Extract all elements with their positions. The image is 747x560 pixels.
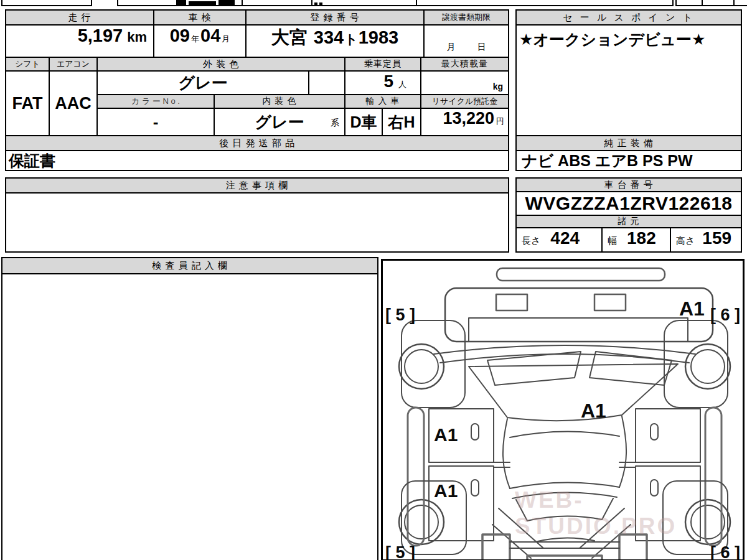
- later-parts-header: 後 日 発 送 部 品: [6, 136, 508, 150]
- sales-point-header: セ ー ル ス ポ イ ン ト: [517, 11, 741, 24]
- mileage-number: 5,197: [78, 26, 123, 46]
- capacity-value: 5 人: [345, 72, 420, 94]
- tailgate-left: [482, 534, 510, 560]
- sales-point-panel: セ ー ル ス ポ イ ン ト ★オークションデビュー★ 純 正 装 備 ナビ …: [515, 9, 742, 171]
- door-handle: [471, 424, 479, 440]
- recycle-unit: 円: [496, 116, 504, 127]
- corner-label-top-left: [ 5 ]: [385, 306, 415, 324]
- notes-panel: 注 意 事 項 欄: [5, 177, 509, 253]
- front-grade-label: A1: [679, 297, 705, 320]
- front-right-wheel: [685, 344, 730, 389]
- spec-width-label: 幅: [608, 235, 617, 247]
- chassis-no-value: WVGZZZA1ZRV122618: [517, 192, 741, 215]
- spec-height-value: 159: [702, 228, 731, 248]
- capacity-header: 乗車定員: [345, 58, 420, 70]
- spec-length-label: 長さ: [522, 235, 540, 247]
- interior-color-suffix: 系: [331, 118, 339, 129]
- color-no-value: -: [98, 109, 214, 135]
- inspection-month: 04: [200, 26, 220, 46]
- aircon-header: エアコン: [50, 58, 96, 70]
- inspection-month-unit: 月: [222, 34, 230, 45]
- max-load-value: kg: [421, 72, 508, 94]
- rear-door-grade-label: A1: [434, 480, 458, 501]
- cut-text-fragment: [189, 1, 216, 5]
- top-remnant-cell: [675, 0, 703, 6]
- car-diagram-panel: A1 A1 A1 A1 [ 5 ] [ 6 ] [ 5 ] [ 6 ] WEB-…: [381, 259, 745, 560]
- left-sill: [408, 408, 424, 546]
- spec-height-label: 高さ: [676, 235, 695, 247]
- color-no-header: カ ラ ー N o .: [98, 95, 214, 108]
- max-load-header: 最大積載量: [421, 58, 508, 70]
- vehicle-info-table: 走 行 車 検 登 録 番 号 譲渡書類期限 5,197 km 09 年 04 …: [5, 9, 509, 171]
- equipment-header: 純 正 装 備: [517, 136, 741, 150]
- capacity-number: 5: [383, 72, 393, 91]
- interior-color-header: 内 装 色: [215, 95, 344, 108]
- exterior-color-subcell: [309, 72, 344, 94]
- top-remnant-cell: [733, 0, 747, 6]
- import-dealer-value: D車: [345, 109, 382, 135]
- rear-left-wheel: [399, 500, 444, 544]
- front-left-wheel: [399, 344, 444, 389]
- front-door-grade-label: A1: [434, 424, 458, 445]
- later-parts-value: 保証書: [6, 151, 508, 170]
- registration-value: 大宮 334 ト 1983: [247, 26, 423, 57]
- interior-color-value: グレー 系: [215, 109, 344, 135]
- transfer-month-unit: 月: [446, 42, 455, 53]
- shift-header: シフト: [6, 58, 49, 70]
- specs-header: 諸 元: [517, 216, 741, 227]
- top-remnant-cell: [311, 0, 418, 6]
- cut-text-fragment: [218, 0, 235, 5]
- recycle-number: 13,220: [443, 109, 494, 128]
- spec-height-cell: 高さ 159: [671, 228, 741, 251]
- spec-length-cell: 長さ 424: [517, 228, 601, 251]
- cut-text-fragment: [314, 2, 317, 5]
- spec-width-cell: 幅 182: [603, 228, 670, 251]
- registration-office: 大宮: [271, 26, 308, 50]
- top-remnant-cell: [416, 0, 674, 6]
- registration-header: 登 録 番 号: [247, 11, 423, 24]
- mileage-unit: km: [127, 29, 147, 45]
- aircon-value: AAC: [50, 72, 96, 135]
- front-bumper: [445, 288, 713, 342]
- inspector-panel: 検 査 員 記 入 欄: [1, 257, 378, 560]
- inspector-header: 検 査 員 記 入 欄: [2, 258, 377, 273]
- registration-kana: ト: [344, 30, 358, 48]
- corner-label-top-right: [ 6 ]: [710, 306, 740, 324]
- recycle-deposit-value: 13,220 円: [421, 109, 508, 135]
- exterior-color-header: 外 装 色: [98, 58, 344, 70]
- roof-bar: [497, 268, 665, 281]
- spec-length-value: 424: [550, 228, 580, 248]
- mileage-header: 走 行: [6, 11, 153, 24]
- corner-label-bottom-left: [ 5 ]: [385, 543, 415, 560]
- inspection-year-unit: 年: [191, 34, 199, 45]
- door-handle: [651, 424, 658, 440]
- equipment-value: ナビ ABS エアB PS PW: [517, 151, 741, 170]
- transfer-day-unit: 日: [477, 42, 486, 53]
- notes-body: [6, 194, 508, 251]
- top-remnant-cell: [702, 0, 735, 6]
- registration-serial: 1983: [359, 27, 399, 48]
- spec-width-value: 182: [627, 228, 656, 248]
- watermark: WEB-STUDIO.PRO: [515, 487, 743, 539]
- transfer-deadline-header: 譲渡書類期限: [425, 11, 508, 24]
- mileage-value: 5,197 km: [6, 26, 153, 57]
- cut-text-fragment: [319, 2, 322, 5]
- windshield-grade-label: A1: [581, 399, 606, 422]
- shift-value: FAT: [6, 72, 49, 135]
- door-handle: [471, 480, 479, 496]
- exterior-color-value: グレー: [98, 72, 308, 94]
- inspection-header: 車 検: [154, 11, 245, 24]
- transfer-deadline-value: 月 日: [425, 26, 508, 57]
- inspection-year: 09: [170, 26, 190, 46]
- inspection-value: 09 年 04 月: [154, 26, 245, 57]
- cut-text-fragment: [176, 0, 186, 5]
- rear-left-door: [429, 466, 494, 541]
- sales-point-value: ★オークションデビュー★: [517, 26, 741, 135]
- top-remnant-cell: [1, 0, 92, 6]
- inspector-body: [2, 274, 377, 560]
- corner-label-bottom-right: [ 6 ]: [710, 543, 740, 560]
- notes-header: 注 意 事 項 欄: [6, 179, 508, 192]
- front-right-door: [636, 409, 700, 462]
- registration-number: 334: [314, 27, 344, 48]
- chassis-panel: 車 台 番 号 WVGZZZA1ZRV122618 諸 元 長さ 424 幅 1…: [515, 177, 742, 253]
